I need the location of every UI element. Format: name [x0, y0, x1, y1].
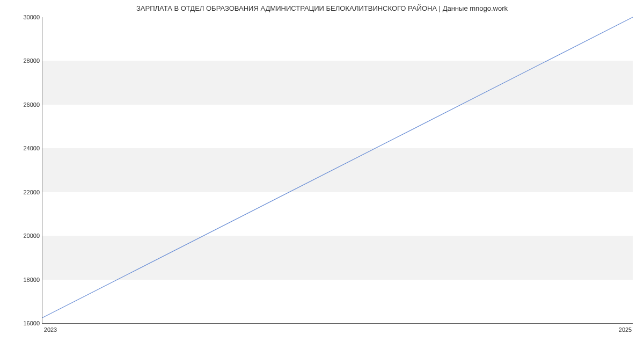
y-tick-label: 20000 [23, 232, 40, 239]
chart-title: ЗАРПЛАТА В ОТДЕЛ ОБРАЗОВАНИЯ АДМИНИСТРАЦ… [0, 0, 644, 12]
y-tick-label: 30000 [23, 14, 40, 20]
y-tick-label: 24000 [23, 145, 40, 151]
x-tick-label: 2025 [619, 326, 632, 333]
data-line [42, 17, 633, 318]
x-tick-label: 2023 [44, 326, 57, 333]
line-series [42, 17, 633, 323]
y-tick-label: 28000 [23, 57, 40, 64]
y-tick-label: 26000 [23, 101, 40, 108]
y-tick-label: 22000 [23, 189, 40, 195]
y-tick-label: 18000 [23, 277, 40, 283]
plot-area [42, 17, 633, 324]
chart-container: ЗАРПЛАТА В ОТДЕЛ ОБРАЗОВАНИЯ АДМИНИСТРАЦ… [0, 0, 644, 349]
y-tick-label: 16000 [23, 320, 40, 326]
